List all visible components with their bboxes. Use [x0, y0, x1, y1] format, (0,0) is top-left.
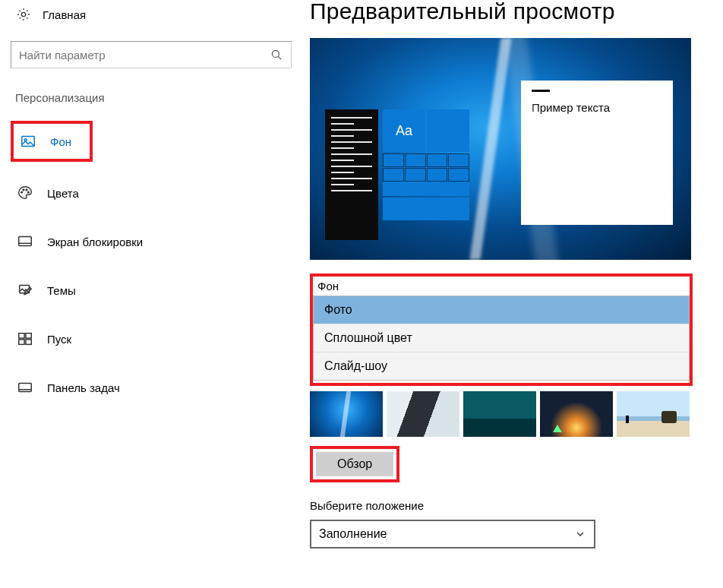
sidebar-item-themes[interactable]: Темы	[11, 273, 293, 308]
background-thumb[interactable]	[463, 391, 536, 437]
main-content: Предварительный просмотр Aa	[304, 0, 723, 548]
sidebar-item-lockscreen[interactable]: Экран блокировки	[11, 224, 293, 259]
svg-rect-16	[19, 384, 32, 392]
preview-tiles: Aa	[383, 109, 469, 240]
background-thumb[interactable]	[310, 391, 383, 437]
highlight-box-background-item: Фон	[11, 121, 93, 162]
preview-tile	[427, 109, 469, 152]
highlight-box-browse: Обзор	[310, 446, 399, 482]
preview-start-menu	[325, 109, 378, 240]
sidebar-item-label: Цвета	[47, 187, 79, 200]
background-thumb[interactable]	[387, 391, 459, 437]
browse-button[interactable]: Обзор	[316, 452, 393, 476]
sidebar-item-label: Пуск	[47, 333, 71, 346]
sidebar-section-title: Персонализация	[11, 91, 293, 104]
home-label: Главная	[43, 8, 86, 21]
position-selected-value: Заполнение	[319, 527, 387, 541]
svg-rect-14	[19, 340, 24, 344]
palette-icon	[17, 185, 33, 201]
preview-tile-wide	[383, 198, 469, 220]
search-icon	[270, 48, 283, 62]
background-dropdown-open[interactable]: Фото Сплошной цвет Слайд-шоу	[313, 296, 690, 381]
sidebar-item-label: Экран блокировки	[47, 236, 143, 248]
search-input-wrap[interactable]	[11, 41, 292, 68]
sidebar-item-label: Темы	[47, 284, 76, 297]
svg-rect-13	[26, 334, 31, 338]
start-icon	[17, 330, 33, 347]
recent-backgrounds	[310, 391, 702, 437]
preview-tile-grid	[383, 153, 469, 196]
preview-tile-aa: Aa	[383, 109, 425, 152]
gear-icon	[15, 6, 32, 23]
sidebar-nav: Фон Цвета Экр	[11, 121, 293, 405]
chevron-down-icon	[574, 528, 586, 540]
settings-sidebar: Главная Персонализация	[0, 0, 304, 548]
desktop-preview: Aa Пример текста	[310, 38, 691, 260]
picture-icon	[20, 133, 36, 150]
search-input[interactable]	[19, 49, 270, 62]
svg-rect-9	[19, 237, 32, 246]
background-thumb[interactable]	[540, 391, 613, 437]
page-title: Предварительный просмотр	[310, 0, 709, 24]
sidebar-item-colors[interactable]: Цвета	[11, 175, 293, 210]
svg-point-4	[24, 139, 27, 141]
themes-icon	[17, 282, 33, 299]
sidebar-item-label: Фон	[50, 135, 71, 148]
svg-line-2	[278, 56, 281, 59]
dropdown-option-slideshow[interactable]: Слайд-шоу	[314, 352, 689, 380]
position-label: Выберите положение	[310, 499, 709, 512]
preview-sample-card: Пример текста	[521, 81, 673, 225]
dropdown-option-photo[interactable]: Фото	[314, 296, 689, 324]
svg-point-5	[21, 191, 23, 193]
svg-point-1	[272, 50, 279, 57]
sidebar-item-start[interactable]: Пуск	[11, 321, 293, 356]
svg-point-0	[21, 12, 25, 16]
svg-point-8	[27, 191, 29, 193]
sidebar-item-background[interactable]: Фон	[14, 124, 90, 159]
svg-rect-12	[19, 334, 24, 338]
lockscreen-icon	[17, 233, 33, 250]
taskbar-icon	[17, 379, 33, 396]
svg-rect-15	[26, 340, 31, 344]
sample-text: Пример текста	[532, 101, 610, 114]
svg-point-7	[26, 189, 27, 191]
home-nav-item[interactable]: Главная	[11, 3, 293, 29]
highlight-box-background-dropdown: Фон Фото Сплошной цвет Слайд-шоу	[310, 273, 693, 386]
position-select[interactable]: Заполнение	[310, 520, 595, 548]
background-section-label: Фон	[313, 277, 690, 296]
background-thumb[interactable]	[617, 391, 690, 437]
sidebar-item-taskbar[interactable]: Панель задач	[11, 370, 293, 405]
svg-point-6	[23, 189, 24, 191]
dropdown-option-solid-color[interactable]: Сплошной цвет	[314, 324, 689, 352]
sidebar-item-label: Панель задач	[47, 381, 120, 394]
